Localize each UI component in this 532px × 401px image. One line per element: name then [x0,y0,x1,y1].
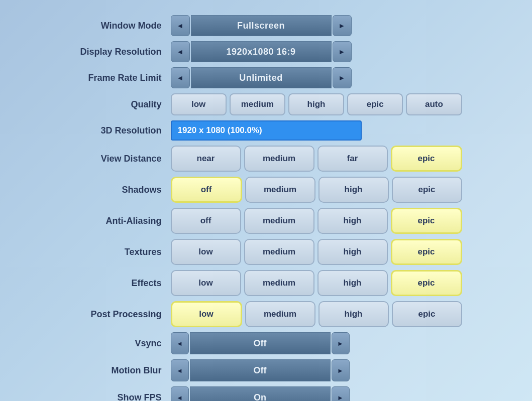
frame-rate-next-button[interactable]: ► [333,67,352,88]
vsync-selector: ◄ Off ► [171,332,350,354]
shadows-btn-epic[interactable]: epic [392,177,462,203]
textures-btn-medium[interactable]: medium [244,239,314,265]
show-fps-label: Show FPS [70,392,171,402]
textures-btn-low[interactable]: low [171,239,241,265]
vsync-prev-button[interactable]: ◄ [171,332,189,354]
show-fps-value: On [190,386,331,401]
quality-btn-epic[interactable]: epic [347,93,403,115]
anti-aliasing-label: Anti-Aliasing [70,216,171,226]
textures-btn-high[interactable]: high [317,239,388,265]
effects-btn-medium[interactable]: medium [244,270,314,296]
textures-btn-epic[interactable]: epic [391,239,462,265]
window-mode-selector: ◄ Fullscreen ► [171,15,352,36]
anti-aliasing-options: off medium high epic [171,208,462,234]
view-distance-btn-far[interactable]: far [317,146,388,172]
frame-rate-prev-button[interactable]: ◄ [171,67,190,88]
show-fps-next-button[interactable]: ► [332,386,350,401]
effects-btn-high[interactable]: high [317,270,388,296]
post-processing-row: Post Processing low medium high epic [70,301,462,327]
motion-blur-prev-button[interactable]: ◄ [171,359,189,381]
display-resolution-selector: ◄ 1920x1080 16:9 ► [171,41,352,62]
window-mode-prev-button[interactable]: ◄ [171,15,190,36]
frame-rate-value: Unlimited [191,67,332,88]
anti-aliasing-btn-epic[interactable]: epic [391,208,462,234]
anti-aliasing-row: Anti-Aliasing off medium high epic [70,208,462,234]
effects-row: Effects low medium high epic [70,270,462,296]
quality-label: Quality [70,99,171,110]
resolution-3d-dropdown[interactable]: 1920 x 1080 (100.0%) [171,120,362,141]
post-processing-btn-low[interactable]: low [171,301,242,327]
post-processing-btn-high[interactable]: high [318,301,389,327]
view-distance-options: near medium far epic [171,146,462,172]
frame-rate-selector: ◄ Unlimited ► [171,67,352,88]
view-distance-btn-medium[interactable]: medium [244,146,314,172]
display-resolution-prev-button[interactable]: ◄ [171,41,190,62]
view-distance-btn-near[interactable]: near [171,146,241,172]
post-processing-btn-medium[interactable]: medium [245,301,315,327]
view-distance-label: View Distance [70,154,171,164]
textures-options: low medium high epic [171,239,462,265]
effects-btn-epic[interactable]: epic [391,270,462,296]
post-processing-label: Post Processing [70,309,171,320]
view-distance-btn-epic[interactable]: epic [391,146,462,172]
shadows-row: Shadows off medium high epic [70,177,462,203]
display-resolution-value: 1920x1080 16:9 [191,41,332,62]
window-mode-label: Window Mode [70,21,171,31]
resolution-3d-value: 1920 x 1080 (100.0%) [178,125,262,136]
quality-btn-low[interactable]: low [171,93,227,115]
shadows-btn-medium[interactable]: medium [245,177,315,203]
window-mode-next-button[interactable]: ► [333,15,352,36]
textures-row: Textures low medium high epic [70,239,462,265]
effects-options: low medium high epic [171,270,462,296]
vsync-row: Vsync ◄ Off ► [70,332,462,354]
shadows-options: off medium high epic [171,177,462,203]
quality-btn-medium[interactable]: medium [230,93,285,115]
motion-blur-row: Motion Blur ◄ Off ► [70,359,462,381]
post-processing-options: low medium high epic [171,301,462,327]
frame-rate-label: Frame Rate Limit [70,73,171,83]
display-resolution-label: Display Resolution [70,47,171,57]
view-distance-row: View Distance near medium far epic [70,146,462,172]
display-resolution-next-button[interactable]: ► [333,41,352,62]
shadows-btn-high[interactable]: high [318,177,389,203]
quality-btn-auto[interactable]: auto [406,93,462,115]
effects-label: Effects [70,278,171,289]
motion-blur-next-button[interactable]: ► [332,359,350,381]
window-mode-value: Fullscreen [191,15,332,36]
show-fps-row: Show FPS ◄ On ► [70,386,462,401]
vsync-value: Off [190,332,331,354]
shadows-btn-off[interactable]: off [171,177,242,203]
shadows-label: Shadows [70,185,171,195]
textures-label: Textures [70,247,171,257]
resolution-3d-label: 3D Resolution [70,125,171,136]
display-resolution-row: Display Resolution ◄ 1920x1080 16:9 ► [70,41,462,62]
motion-blur-label: Motion Blur [70,365,171,376]
post-processing-btn-epic[interactable]: epic [392,301,462,327]
motion-blur-selector: ◄ Off ► [171,359,350,381]
effects-btn-low[interactable]: low [171,270,241,296]
show-fps-selector: ◄ On ► [171,386,350,401]
anti-aliasing-btn-off[interactable]: off [171,208,241,234]
window-mode-row: Window Mode ◄ Fullscreen ► [70,15,462,36]
vsync-next-button[interactable]: ► [332,332,350,354]
quality-options: low medium high epic auto [171,93,462,115]
quality-row: Quality low medium high epic auto [70,93,462,115]
quality-btn-high[interactable]: high [288,93,344,115]
frame-rate-row: Frame Rate Limit ◄ Unlimited ► [70,67,462,88]
anti-aliasing-btn-medium[interactable]: medium [244,208,314,234]
motion-blur-value: Off [190,359,331,381]
anti-aliasing-btn-high[interactable]: high [317,208,388,234]
resolution-3d-row: 3D Resolution 1920 x 1080 (100.0%) [70,120,462,141]
settings-panel: Window Mode ◄ Fullscreen ► Display Resol… [50,0,482,401]
vsync-label: Vsync [70,338,171,349]
show-fps-prev-button[interactable]: ◄ [171,386,189,401]
